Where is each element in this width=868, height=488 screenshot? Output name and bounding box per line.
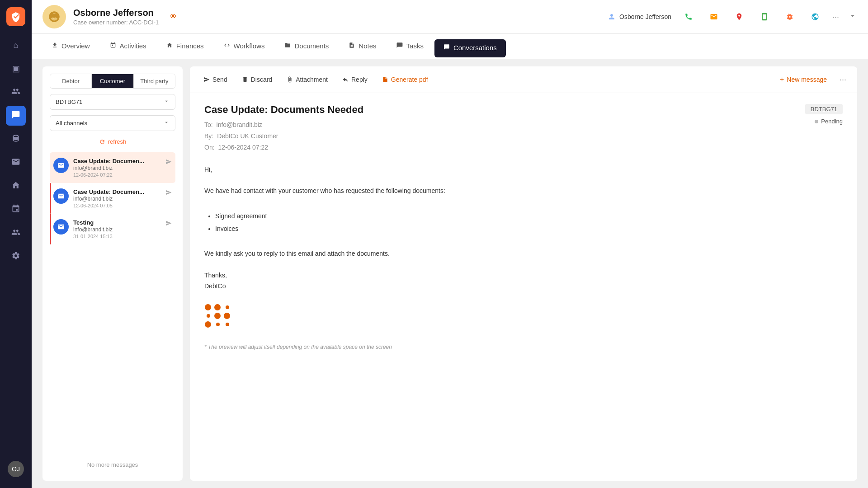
sidebar-item-workflows[interactable]: [6, 200, 26, 220]
tab-finances[interactable]: Finances: [157, 34, 213, 59]
reply-button[interactable]: Reply: [336, 72, 374, 87]
message-title: Case Update: Documen...: [73, 188, 161, 195]
message-list: Case Update: Documen... info@brandit.biz…: [50, 152, 175, 450]
tab-workflows[interactable]: Workflows: [215, 34, 274, 59]
logo-dot: [214, 304, 221, 310]
email-button[interactable]: [706, 9, 722, 25]
discard-button[interactable]: Discard: [236, 72, 278, 87]
sidebar-item-finance[interactable]: [6, 176, 26, 196]
email-badge: BDTBG71: [805, 104, 843, 114]
refresh-button[interactable]: refresh: [50, 136, 175, 147]
email-on-line: On: 12-06-2024 07:22: [204, 142, 363, 153]
message-date: 12-06-2024 07:22: [73, 172, 161, 178]
attachment-button[interactable]: Attachment: [280, 72, 334, 87]
sidebar-item-home[interactable]: ⌂: [6, 35, 26, 55]
tab-documents[interactable]: Documents: [275, 34, 338, 59]
case-info: Osborne Jefferson Case owner number: ACC…: [42, 5, 608, 28]
message-item[interactable]: Testing info@brandit.biz 31-01-2024 15:1…: [50, 214, 175, 244]
channel-dropdown-value: All channels: [56, 120, 87, 127]
new-message-button[interactable]: + New message: [773, 72, 834, 87]
message-item[interactable]: Case Update: Documen... info@brandit.biz…: [50, 183, 175, 214]
user-avatar[interactable]: OJ: [8, 461, 24, 477]
message-date: 31-01-2024 15:13: [73, 234, 161, 239]
message-send-icon: [165, 220, 172, 228]
globe-button[interactable]: [807, 9, 823, 25]
tab-conversations[interactable]: Conversations: [434, 39, 506, 57]
message-title: Testing: [73, 219, 161, 226]
sidebar-item-database[interactable]: [6, 129, 26, 149]
logo-dot: [224, 313, 230, 319]
message-email: info@brandit.biz: [73, 226, 161, 233]
case-number: Case owner number: ACC-DCI-1: [73, 19, 159, 26]
preview-note: * The preview will adjust itself dependi…: [204, 344, 843, 350]
case-owner-name: Osborne Jefferson: [73, 8, 159, 18]
sidebar-item-teams[interactable]: [6, 223, 26, 243]
email-company: DebtCo: [204, 281, 843, 292]
email-body-line2: We kindly ask you to reply to this email…: [204, 249, 843, 259]
app-logo[interactable]: [6, 7, 25, 26]
email-thanks: Thanks,: [204, 270, 843, 281]
tab-notes[interactable]: Notes: [340, 34, 385, 59]
email-status-label: Pending: [821, 118, 843, 125]
logo-dot: [226, 323, 229, 326]
mobile-button[interactable]: [756, 9, 773, 25]
sidebar-item-contacts[interactable]: [6, 82, 26, 102]
content-area: Debtor Customer Third party BDTBG71 All …: [32, 59, 868, 488]
channel-dropdown-arrow: [163, 119, 170, 127]
tab-notes-label: Notes: [359, 42, 376, 50]
tab-overview-label: Overview: [61, 42, 90, 50]
refresh-label: refresh: [108, 138, 126, 145]
header-actions: Osborne Jefferson ···: [608, 9, 857, 25]
workflows-icon: [11, 204, 20, 216]
sidebar-item-conversations[interactable]: [6, 106, 26, 126]
more-options-button[interactable]: ···: [832, 12, 839, 22]
tab-navigation: Overview Activities Finances Workflows D…: [32, 34, 868, 59]
activities-tab-icon: [110, 42, 116, 50]
location-button[interactable]: [731, 9, 747, 25]
debtor-toggle-btn[interactable]: Debtor: [50, 74, 91, 88]
generate-pdf-button[interactable]: Generate pdf: [376, 72, 434, 87]
case-details: Osborne Jefferson Case owner number: ACC…: [73, 8, 159, 26]
sidebar-item-email[interactable]: [6, 153, 26, 173]
database-icon: [11, 134, 20, 145]
trash-icon: [242, 76, 248, 83]
cases-icon: ▣: [12, 64, 20, 74]
list-item: Invoices: [215, 224, 843, 235]
logo-dot: [214, 313, 221, 319]
message-content: Testing info@brandit.biz 31-01-2024 15:1…: [73, 219, 161, 239]
logo-dot: [226, 305, 229, 309]
more-options-toolbar-button[interactable]: ···: [836, 73, 850, 86]
third-party-toggle-btn[interactable]: Third party: [133, 74, 175, 88]
tab-activities[interactable]: Activities: [101, 34, 156, 59]
tab-overview[interactable]: Overview: [42, 34, 99, 59]
customer-toggle-btn[interactable]: Customer: [91, 74, 133, 88]
logo-dot: [207, 314, 210, 318]
message-send-icon: [165, 159, 172, 166]
tab-finances-label: Finances: [176, 42, 204, 50]
bug-button[interactable]: [782, 9, 798, 25]
expand-button[interactable]: [848, 11, 857, 22]
notes-tab-icon: [349, 42, 355, 50]
email-meta: To: info@brandit.biz By: DebtCo UK Custo…: [204, 119, 363, 154]
tab-tasks[interactable]: Tasks: [387, 34, 433, 59]
message-item[interactable]: Case Update: Documen... info@brandit.biz…: [50, 152, 175, 183]
phone-button[interactable]: [680, 9, 697, 25]
eye-icon[interactable]: 👁: [170, 13, 177, 21]
party-toggle: Debtor Customer Third party: [50, 74, 175, 89]
sidebar-item-cases[interactable]: ▣: [6, 59, 26, 79]
left-panel: Debtor Customer Third party BDTBG71 All …: [42, 66, 183, 481]
reply-icon: [342, 76, 349, 83]
send-button[interactable]: Send: [197, 72, 234, 87]
email-items-list: Signed agreement Invoices: [215, 211, 843, 235]
message-send-icon: [165, 189, 172, 197]
finances-tab-icon: [166, 42, 173, 50]
conversations-tab-icon: [443, 44, 450, 52]
header-user: Osborne Jefferson: [608, 13, 671, 21]
filter-dropdown[interactable]: BDTBG71: [50, 94, 175, 110]
pdf-icon: [382, 76, 388, 83]
message-avatar: [53, 158, 69, 173]
message-email: info@brandit.biz: [73, 196, 161, 202]
tab-workflows-label: Workflows: [234, 42, 265, 50]
channel-dropdown[interactable]: All channels: [50, 115, 175, 131]
sidebar-item-settings[interactable]: [6, 247, 26, 267]
